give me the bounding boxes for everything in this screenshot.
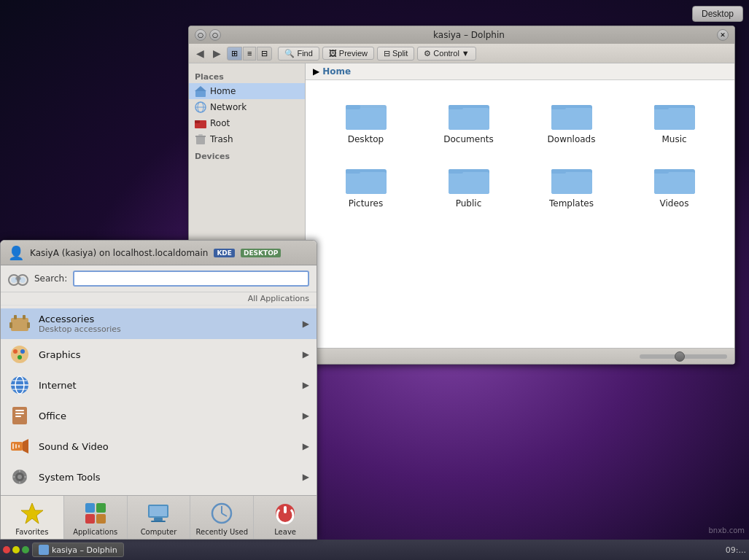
tab-applications[interactable]: Applications [64,496,128,539]
dot-yellow [12,546,20,553]
svg-rect-22 [654,105,669,109]
breadcrumb: ▶ Home [306,63,734,80]
dot-green [22,546,29,553]
favorites-icon [19,500,45,526]
folder-icon-public [449,162,489,194]
view-detail-button[interactable]: ⊟ [257,47,272,61]
office-icon [8,404,31,427]
folder-icon-templates [551,162,592,194]
binoculars-icon [8,270,28,287]
view-list-button[interactable]: ≡ [243,47,256,61]
sidebar-item-root[interactable]: Root [189,115,305,131]
svg-point-38 [11,277,17,283]
leave-tab-label: Leave [274,528,296,536]
svg-rect-13 [346,105,360,109]
maximize-button[interactable]: ○ [209,29,221,41]
recently-used-icon [209,500,235,526]
file-name-videos: Videos [660,198,689,209]
category-item-system-tools[interactable]: System Tools ▶ [1,462,317,492]
computer-icon [145,500,171,526]
tab-computer[interactable]: Computer [128,496,191,539]
category-item-office[interactable]: Office ▶ [1,400,317,431]
taskbar-app-label: kasiya – Dolphin [52,545,117,555]
svg-rect-12 [346,108,387,130]
back-button[interactable]: ◀ [193,46,207,61]
svg-rect-7 [196,136,205,144]
file-item-documents[interactable]: Documents [420,92,517,150]
home-label: Home [210,86,236,96]
control-button[interactable]: ⚙ Control ▼ [417,47,476,61]
tab-recently-used[interactable]: Recently Used [190,496,254,539]
applications-tab-label: Applications [73,528,117,536]
svg-marker-70 [21,503,43,524]
app-menu-user: 👤 KasiyA (kasiya) on localhost.localdoma… [8,245,309,260]
desktop-badge: DESKTOP [241,249,281,257]
places-section-label: Places [189,71,305,83]
svg-rect-18 [551,108,592,130]
dolphin-taskbar-icon [39,545,49,555]
svg-rect-61 [15,444,17,448]
svg-rect-78 [151,521,166,522]
file-item-public[interactable]: Public [420,156,517,214]
user-avatar-icon: 👤 [8,245,24,260]
svg-point-39 [20,277,26,283]
category-item-accessories[interactable]: Accessories Desktop accessories ▶ [1,308,317,339]
svg-rect-41 [14,315,17,319]
sidebar-item-network[interactable]: Network [189,99,305,115]
forward-button[interactable]: ▶ [210,46,224,61]
search-input[interactable] [73,271,309,287]
sound-video-name: Sound & Video [39,441,303,452]
svg-rect-40 [11,318,28,331]
accessories-name: Accessories [39,314,303,324]
file-item-templates[interactable]: Templates [523,156,620,214]
category-item-sound-video[interactable]: Sound & Video ▶ [1,431,317,462]
svg-rect-57 [15,416,21,417]
app-menu-header: 👤 KasiyA (kasiya) on localhost.localdoma… [1,241,317,265]
file-item-desktop[interactable]: Desktop [317,92,414,150]
watermark: bnxb.com [709,526,745,534]
taskbar-right: 09:... [726,545,746,555]
taskbar-dolphin-app[interactable]: kasiya – Dolphin [32,542,124,557]
svg-rect-19 [551,105,566,109]
file-item-music[interactable]: Music [626,92,723,150]
file-item-videos[interactable]: Videos [626,156,723,214]
file-item-downloads[interactable]: Downloads [523,92,620,150]
svg-rect-62 [18,445,20,448]
category-item-graphics[interactable]: Graphics ▶ [1,339,317,370]
tab-favorites[interactable]: Favorites [1,496,64,539]
close-button[interactable]: ✕ [717,29,729,41]
preview-button[interactable]: 🖼 Preview [322,47,374,60]
breadcrumb-arrow-icon: ▶ [313,66,319,77]
minimize-button[interactable]: ○ [195,29,206,41]
tab-leave[interactable]: Leave [254,496,317,539]
sound-video-arrow-icon: ▶ [303,441,309,451]
trash-icon [195,133,206,145]
zoom-slider[interactable] [640,354,727,359]
window-title: kasiya – Dolphin [221,30,717,40]
find-button[interactable]: 🔍 Find [278,47,319,61]
split-button[interactable]: ⊟ Split [377,47,414,61]
control-label: Control [433,49,459,58]
svg-point-46 [13,349,18,354]
sidebar-item-home[interactable]: Home [189,83,305,99]
app-menu-tabs: Favorites Applications [1,495,317,539]
svg-rect-21 [654,108,695,130]
file-name-pictures: Pictures [349,198,384,209]
svg-rect-24 [346,172,387,194]
recently-used-tab-label: Recently Used [196,528,248,536]
category-item-internet[interactable]: Internet ▶ [1,370,317,400]
sidebar-item-trash[interactable]: Trash [189,131,305,147]
file-name-downloads: Downloads [548,134,596,144]
file-item-pictures[interactable]: Pictures [317,156,414,214]
app-menu: 👤 KasiyA (kasiya) on localhost.localdoma… [0,240,317,540]
file-name-public: Public [456,198,482,209]
internet-name: Internet [39,380,303,391]
svg-rect-76 [150,506,167,516]
svg-line-81 [222,513,227,516]
all-apps-label: All Applications [1,292,317,306]
breadcrumb-home[interactable]: Home [322,66,351,77]
view-icons-button[interactable]: ⊞ [227,47,242,61]
file-name-music: Music [661,134,686,144]
svg-rect-31 [551,169,566,174]
desktop-button[interactable]: Desktop [692,6,743,22]
